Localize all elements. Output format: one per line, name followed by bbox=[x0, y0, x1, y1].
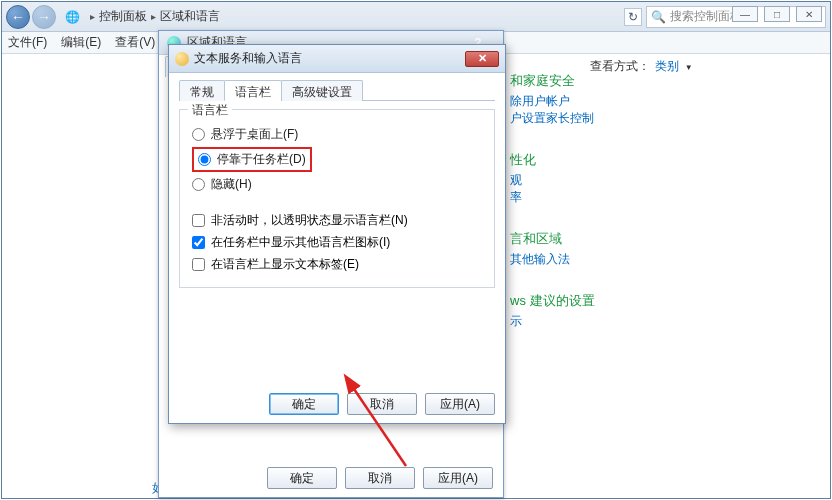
dialog-title: 文本服务和输入语言 bbox=[194, 50, 302, 67]
radio-input[interactable] bbox=[192, 128, 205, 141]
forward-button[interactable]: → bbox=[32, 5, 56, 29]
dialog-close-button[interactable]: ✕ bbox=[465, 51, 499, 67]
radio-input[interactable] bbox=[198, 153, 211, 166]
tabs: 常规 语言栏 高级键设置 bbox=[179, 79, 495, 101]
category-link[interactable]: 示 bbox=[510, 313, 710, 330]
category-link[interactable]: 除用户帐户 bbox=[510, 93, 710, 110]
check-taskbar-icons[interactable]: 在任务栏中显示其他语言栏图标(I) bbox=[192, 234, 482, 251]
nav-bar: ← → 🌐 ▸ 控制面板 ▸ 区域和语言 ↻ 🔍 搜索控制面板 bbox=[2, 2, 830, 32]
category-heading[interactable]: ws 建议的设置 bbox=[510, 292, 710, 310]
breadcrumb-root[interactable]: 控制面板 bbox=[99, 8, 147, 25]
category-column: 和家庭安全 除用户帐户 户设置家长控制 性化 观 率 言和区域 其他输入法 ws… bbox=[510, 72, 710, 354]
view-mode-value[interactable]: 类别 bbox=[655, 59, 679, 73]
category-link[interactable]: 率 bbox=[510, 189, 710, 206]
maximize-button[interactable]: □ bbox=[764, 6, 790, 22]
ok-button[interactable]: 确定 bbox=[267, 467, 337, 489]
category-link[interactable]: 观 bbox=[510, 172, 710, 189]
back-button[interactable]: ← bbox=[6, 5, 30, 29]
category-heading[interactable]: 言和区域 bbox=[510, 230, 710, 248]
window-controls: — □ ✕ bbox=[732, 6, 822, 22]
view-mode-label: 查看方式： bbox=[590, 59, 650, 73]
chevron-right-icon: ▸ bbox=[90, 11, 95, 22]
checkbox-input[interactable] bbox=[192, 258, 205, 271]
category-heading[interactable]: 和家庭安全 bbox=[510, 72, 710, 90]
radio-input[interactable] bbox=[192, 178, 205, 191]
radio-hide[interactable]: 隐藏(H) bbox=[192, 176, 482, 193]
breadcrumb-sub[interactable]: 区域和语言 bbox=[160, 8, 220, 25]
ok-button[interactable]: 确定 bbox=[269, 393, 339, 415]
category-heading[interactable]: 性化 bbox=[510, 151, 710, 169]
dialog-titlebar: 文本服务和输入语言 ✕ bbox=[169, 45, 505, 73]
checkbox-input[interactable] bbox=[192, 214, 205, 227]
tab-language-bar[interactable]: 语言栏 bbox=[224, 80, 282, 101]
keyboard-icon bbox=[175, 52, 189, 66]
category-link[interactable]: 其他输入法 bbox=[510, 251, 710, 268]
chevron-right-icon: ▸ bbox=[151, 11, 156, 22]
menu-edit[interactable]: 编辑(E) bbox=[61, 34, 101, 51]
refresh-button[interactable]: ↻ bbox=[624, 8, 642, 26]
globe-icon: 🌐 bbox=[64, 9, 80, 25]
radio-dock[interactable]: 停靠于任务栏(D) bbox=[198, 151, 306, 168]
tab-general[interactable]: 常规 bbox=[179, 80, 225, 101]
minimize-button[interactable]: — bbox=[732, 6, 758, 22]
chevron-down-icon: ▼ bbox=[685, 63, 693, 72]
close-button[interactable]: ✕ bbox=[796, 6, 822, 22]
menu-view[interactable]: 查看(V) bbox=[115, 34, 155, 51]
group-legend: 语言栏 bbox=[188, 102, 232, 119]
apply-button[interactable]: 应用(A) bbox=[423, 467, 493, 489]
checkbox-input[interactable] bbox=[192, 236, 205, 249]
svg-line-0 bbox=[352, 386, 406, 466]
apply-button[interactable]: 应用(A) bbox=[425, 393, 495, 415]
annotation-arrow bbox=[346, 380, 426, 473]
search-icon: 🔍 bbox=[651, 10, 666, 24]
highlight-box: 停靠于任务栏(D) bbox=[192, 147, 312, 172]
breadcrumb[interactable]: ▸ 控制面板 ▸ 区域和语言 bbox=[86, 8, 624, 25]
tab-advanced[interactable]: 高级键设置 bbox=[281, 80, 363, 101]
menu-file[interactable]: 文件(F) bbox=[8, 34, 47, 51]
radio-float[interactable]: 悬浮于桌面上(F) bbox=[192, 126, 482, 143]
check-transparent[interactable]: 非活动时，以透明状态显示语言栏(N) bbox=[192, 212, 482, 229]
check-text-labels[interactable]: 在语言栏上显示文本标签(E) bbox=[192, 256, 482, 273]
category-link[interactable]: 户设置家长控制 bbox=[510, 110, 710, 127]
language-bar-group: 语言栏 悬浮于桌面上(F) 停靠于任务栏(D) 隐藏(H) 非活动时，以透明状态… bbox=[179, 109, 495, 288]
text-services-dialog: 文本服务和输入语言 ✕ 常规 语言栏 高级键设置 语言栏 悬浮于桌面上(F) 停… bbox=[168, 44, 506, 424]
